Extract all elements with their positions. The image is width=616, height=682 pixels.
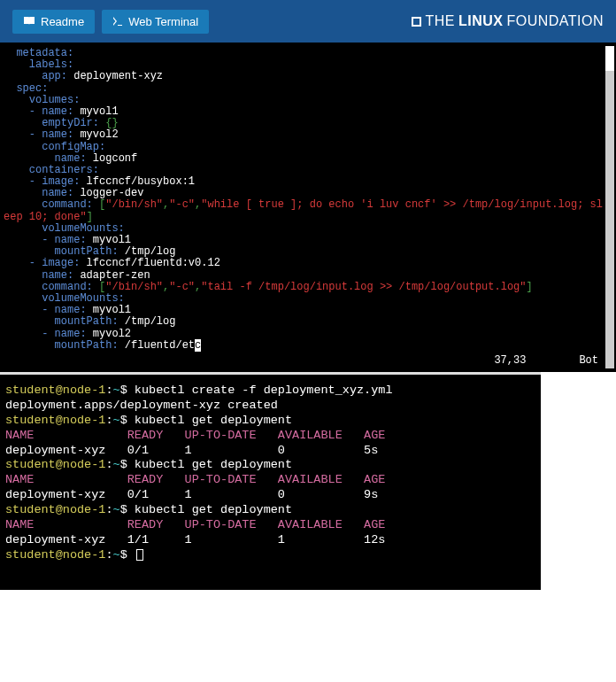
yaml-value: myvol1 [73,105,118,118]
table-row: deployment-xyz 0/1 1 0 5s [5,444,535,459]
editor-status-bar: 37,33 Bot [494,355,598,367]
prompt-user: student@node-1 [5,384,105,397]
yaml-key: labels: [4,58,73,71]
terminal-line: student@node-1:~$ [5,548,535,563]
yaml-string: "-c" [169,281,195,293]
yaml-string: "tail -f /tmp/log/input.log >> /tmp/log/… [201,281,526,293]
yaml-bracket: [ [93,281,105,293]
yaml-value: {} [99,117,119,129]
editor-scrollbar[interactable] [605,46,614,368]
yaml-key: name: [4,269,73,282]
yaml-key: volumes: [4,94,80,106]
editor-cursor: c [195,339,201,352]
brand-linux: LINUX [458,13,504,29]
yaml-key: - name: [4,234,87,246]
prompt-end: $ [120,548,135,562]
prompt-user: student@node-1 [5,548,105,562]
readme-button[interactable]: Readme [12,10,95,34]
table-header: NAME READY UP-TO-DATE AVAILABLE AGE [5,518,535,533]
yaml-key: - name: [4,328,87,340]
yaml-key: volumeMounts: [4,222,125,235]
yaml-string: "-c" [169,198,195,211]
yaml-key: app: [4,70,67,82]
command-text: kubectl get deployment [135,503,292,516]
readme-label: Readme [41,15,84,28]
terminal-line: student@node-1:~$ kubectl get deployment [5,414,535,429]
yaml-value: /tmp/log [119,245,176,258]
yaml-key: mountPath: [4,339,119,352]
yaml-key: containers: [4,164,99,176]
yaml-bracket: ] [527,281,533,293]
yaml-value: logconf [87,152,138,165]
yaml-editor[interactable]: metadata: labels: app: deployment-xyz sp… [0,43,616,372]
prompt-path: ~ [113,384,120,397]
yaml-value: logger-dev [73,187,143,199]
table-row: deployment-xyz 0/1 1 0 9s [5,488,535,503]
yaml-key: mountPath: [4,315,119,328]
prompt-user: student@node-1 [5,458,105,471]
prompt-path: ~ [113,503,120,516]
command-text: kubectl get deployment [135,414,292,427]
book-icon [23,16,35,27]
yaml-key: name: [4,187,73,199]
table-header: NAME READY UP-TO-DATE AVAILABLE AGE [5,473,535,488]
yaml-bracket: [ [93,198,105,211]
yaml-key: emptyDir: [4,117,99,129]
table-row: deployment-xyz 1/1 1 1 12s [5,533,535,548]
yaml-value: adapter-zen [73,269,150,282]
yaml-key: name: [4,152,87,165]
prompt-user: student@node-1 [5,503,105,516]
yaml-value: myvol1 [87,304,131,316]
prompt-path: ~ [113,458,120,471]
terminal-line: student@node-1:~$ kubectl create -f depl… [5,384,535,399]
prompt-path: ~ [113,414,120,427]
yaml-key: - image: [4,257,80,269]
yaml-value: /tmp/log [119,315,176,328]
web-terminal-label: Web Terminal [128,15,198,28]
prompt-sep: : [105,503,112,516]
prompt-sep: : [105,548,112,562]
yaml-key: - name: [4,105,73,118]
terminal-line: student@node-1:~$ kubectl get deployment [5,458,535,473]
cursor-position: 37,33 [494,355,526,367]
header-bar: Readme Web Terminal THELINUXFOUNDATION [0,0,616,43]
prompt-path: ~ [113,548,120,562]
yaml-value: lfccncf/fluentd:v0.12 [80,257,219,269]
brand-the: THE [425,13,455,29]
square-icon [412,17,421,27]
yaml-string: "/bin/sh" [105,198,163,211]
yaml-value: deployment-xyz [67,70,163,82]
yaml-key: metadata: [4,47,73,59]
linux-foundation-logo: THELINUXFOUNDATION [412,13,604,29]
scroll-mode: Bot [579,355,598,367]
terminal-line: student@node-1:~$ kubectl get deployment [5,503,535,518]
yaml-string: "/bin/sh" [105,281,163,293]
brand-foundation: FOUNDATION [506,13,604,29]
yaml-value: lfccncf/busybox:1 [80,175,195,188]
yaml-key: - image: [4,175,80,188]
header-buttons: Readme Web Terminal [12,10,209,34]
command-text: kubectl get deployment [135,458,292,471]
prompt-sep: : [105,384,112,397]
terminal-cursor [136,549,143,561]
yaml-value: myvol2 [73,128,118,141]
table-header: NAME READY UP-TO-DATE AVAILABLE AGE [5,429,535,444]
shell-terminal[interactable]: student@node-1:~$ kubectl create -f depl… [0,372,541,590]
web-terminal-button[interactable]: Web Terminal [102,10,209,34]
prompt-end: $ [120,503,135,516]
yaml-string: "while [ true ]; do echo 'i luv cncf' >>… [201,198,603,211]
prompt-end: $ [120,384,135,397]
yaml-value: myvol2 [87,328,131,340]
yaml-key: - name: [4,128,73,141]
prompt-sep: : [105,414,112,427]
yaml-key: configMap: [4,141,105,153]
yaml-key: volumeMounts: [4,292,125,305]
yaml-value: /fluentd/et [119,339,195,352]
yaml-key: spec: [4,82,48,95]
yaml-string: eep 10; done" [4,211,87,223]
command-text: kubectl create -f deployment_xyz.yml [135,384,393,397]
yaml-bracket: ] [87,211,93,223]
yaml-key: - name: [4,304,87,316]
yaml-key: command: [4,198,93,211]
yaml-value: myvol1 [87,234,131,246]
